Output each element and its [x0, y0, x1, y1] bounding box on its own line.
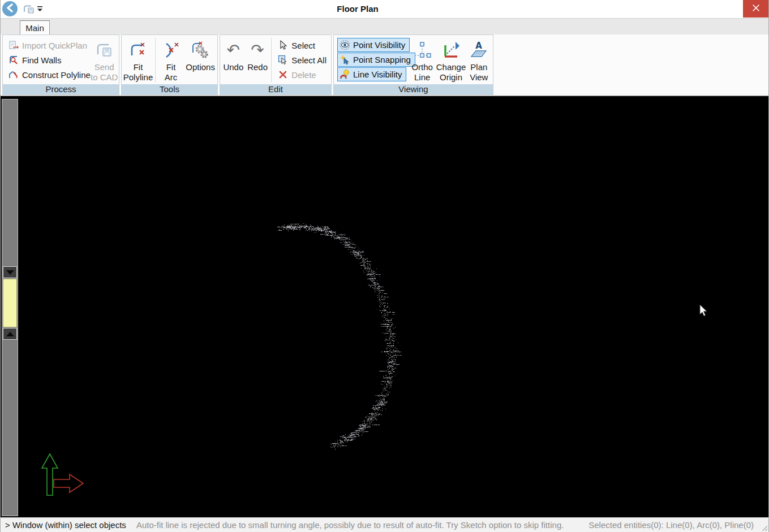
fit-polyline-icon	[128, 38, 148, 62]
customize-quick-access-icon[interactable]	[37, 5, 44, 13]
mouse-cursor-icon	[699, 304, 708, 318]
select-all-icon	[278, 55, 288, 65]
command-prompt-text: > Window (within) select objects	[5, 520, 126, 530]
ortho-line-label-2: Line	[414, 72, 430, 83]
slider-thumb[interactable]	[3, 279, 17, 327]
change-origin-button[interactable]: Change Origin	[436, 36, 466, 84]
redo-button[interactable]: ↷ Redo	[246, 36, 270, 84]
group-divider	[271, 38, 272, 83]
group-divider	[155, 38, 156, 83]
construct-polyline-icon	[8, 70, 19, 80]
delete-label: Delete	[291, 70, 316, 80]
axis-triad-icon	[40, 451, 87, 499]
point-cloud-canvas[interactable]	[19, 96, 769, 517]
import-quickplan-label: Import QuickPlan	[22, 41, 87, 50]
send-to-cad-quick-icon[interactable]	[22, 3, 35, 15]
select-all-button[interactable]: Select All	[276, 53, 329, 67]
app-window: Floor Plan Main	[0, 0, 769, 532]
resize-grip[interactable]	[762, 525, 767, 531]
construct-polyline-button[interactable]: Construct Polyline	[6, 67, 86, 82]
redo-label: Redo	[247, 62, 268, 72]
close-button[interactable]	[743, 0, 768, 18]
point-visibility-label: Point Visibility	[353, 40, 405, 50]
selection-summary: Selected entities(0): Line(0), Arc(0), P…	[588, 520, 754, 530]
redo-icon: ↷	[251, 38, 264, 62]
plan-view-icon: A	[469, 38, 489, 62]
plan-view-label-2: View	[470, 72, 488, 83]
tab-main[interactable]: Main	[20, 20, 50, 35]
import-quickplan-icon	[8, 40, 19, 50]
fit-arc-label-1: Fit	[166, 62, 176, 72]
find-walls-button[interactable]: Find Walls	[6, 53, 86, 67]
point-snapping-icon	[340, 54, 350, 65]
plan-view-button[interactable]: A Plan View	[466, 36, 492, 84]
find-walls-icon	[8, 55, 19, 65]
delete-icon	[278, 70, 288, 80]
ribbon-group-tools: Fit Polyline Fit Arc	[121, 34, 218, 95]
fit-polyline-label-1: Fit	[134, 62, 143, 72]
fit-polyline-label-2: Polyline	[123, 72, 153, 83]
group-label-process: Process	[3, 84, 119, 94]
fit-arc-icon	[161, 38, 181, 62]
construct-polyline-label: Construct Polyline	[22, 70, 91, 80]
undo-icon: ↶	[227, 38, 240, 62]
ribbon: Import QuickPlan Find Walls	[1, 34, 768, 95]
import-quickplan-button[interactable]: Import QuickPlan	[6, 38, 86, 53]
status-bar: > Window (within) select objects Auto-fi…	[1, 517, 768, 532]
ribbon-tab-strip: Main	[1, 18, 768, 34]
group-label-edit: Edit	[220, 84, 331, 94]
fit-arc-label-2: Arc	[165, 72, 178, 83]
viewport[interactable]	[1, 96, 768, 517]
select-cursor-icon	[278, 40, 288, 50]
send-to-cad-button[interactable]: Send to CAD	[91, 36, 118, 84]
fit-polyline-button[interactable]: Fit Polyline	[123, 36, 153, 84]
plan-view-label-1: Plan	[470, 62, 487, 72]
triangle-up-icon	[6, 332, 14, 336]
ribbon-group-edit: ↶ Undo ↷ Redo Select	[220, 34, 332, 95]
ortho-line-label-1: Ortho	[411, 62, 433, 72]
elevation-slider	[2, 99, 18, 516]
title-bar: Floor Plan	[1, 0, 768, 18]
line-visibility-toggle[interactable]: Line Visibility	[337, 67, 406, 81]
send-to-cad-label-2: to CAD	[91, 72, 118, 83]
send-to-cad-icon	[94, 38, 114, 62]
group-label-viewing: Viewing	[334, 84, 493, 94]
line-visibility-label: Line Visibility	[353, 70, 402, 79]
back-chevron-icon	[6, 3, 14, 15]
ribbon-group-viewing: Point Visibility Point Snapping	[333, 34, 493, 95]
select-button[interactable]: Select	[276, 38, 329, 53]
change-origin-label-2: Origin	[440, 72, 462, 83]
options-label: Options	[186, 62, 215, 72]
options-icon	[190, 38, 210, 62]
find-walls-label: Find Walls	[22, 55, 61, 65]
point-visibility-icon	[340, 40, 350, 50]
select-all-label: Select All	[291, 55, 326, 65]
back-button[interactable]	[2, 1, 18, 16]
options-button[interactable]: Options	[184, 36, 216, 84]
change-origin-icon	[441, 38, 461, 62]
point-snapping-toggle[interactable]: Point Snapping	[337, 53, 415, 67]
window-title: Floor Plan	[337, 0, 378, 18]
point-snapping-label: Point Snapping	[353, 55, 411, 64]
ribbon-group-process: Import QuickPlan Find Walls	[2, 34, 119, 95]
select-label: Select	[291, 41, 315, 50]
triangle-down-icon	[6, 270, 14, 275]
svg-text:A: A	[476, 41, 483, 51]
close-icon	[752, 4, 760, 14]
point-visibility-toggle[interactable]: Point Visibility	[337, 38, 410, 52]
ortho-line-icon	[413, 38, 432, 62]
status-message: Auto-fit line is rejected due to small t…	[136, 520, 564, 530]
slider-down-button[interactable]	[3, 266, 17, 278]
group-label-tools: Tools	[122, 84, 217, 94]
undo-button[interactable]: ↶ Undo	[221, 36, 246, 84]
line-visibility-icon	[340, 69, 350, 80]
change-origin-label-1: Change	[436, 62, 466, 72]
send-to-cad-label-1: Send	[94, 62, 114, 72]
slider-up-button[interactable]	[3, 328, 17, 340]
undo-label: Undo	[223, 62, 243, 72]
fit-arc-button[interactable]: Fit Arc	[157, 36, 184, 84]
ortho-line-button[interactable]: Ortho Line	[409, 36, 436, 84]
delete-button[interactable]: Delete	[276, 67, 329, 82]
